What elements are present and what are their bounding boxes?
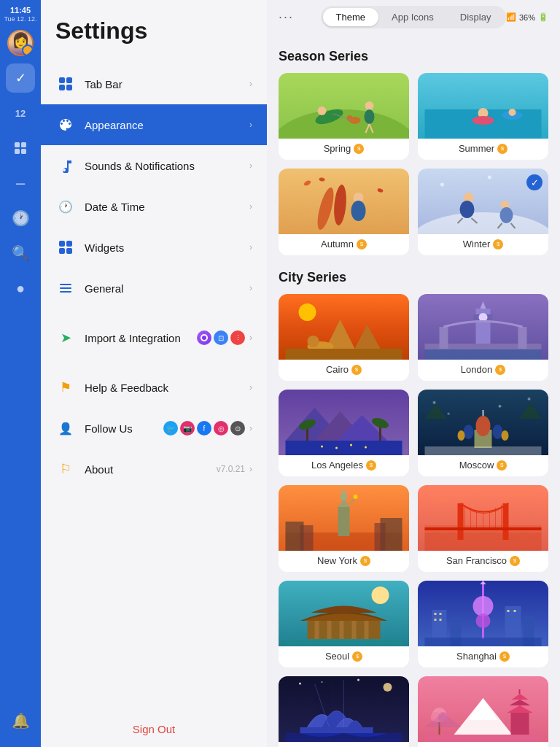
svg-text:❄: ❄ (527, 397, 531, 401)
theme-card-moscow[interactable]: ❄ ❄ ❄ ❄ Moscow $ (418, 390, 548, 476)
svg-point-76 (365, 446, 367, 449)
general-label: General (85, 282, 249, 295)
moscow-coin: $ (497, 460, 507, 471)
svg-rect-0 (15, 142, 20, 147)
widgets-chevron: › (249, 242, 252, 252)
svg-point-37 (377, 187, 384, 193)
autumn-label: Autumn $ (279, 234, 409, 255)
svg-point-81 (493, 425, 503, 439)
theme-card-cairo[interactable]: Cairo $ (279, 294, 409, 381)
moscow-image: ❄ ❄ ❄ ❄ (418, 390, 548, 455)
tab-display[interactable]: Display (447, 8, 505, 26)
svg-point-31 (509, 109, 516, 116)
sidebar-icon-clock[interactable]: 🕐 (6, 204, 35, 233)
theme-card-new-york[interactable]: New York $ (279, 485, 409, 572)
svg-point-142 (357, 679, 359, 681)
svg-point-19 (318, 107, 327, 115)
svg-rect-1 (21, 142, 26, 147)
svg-point-73 (321, 446, 323, 448)
sidebar-icon-search[interactable]: 🔍 (6, 239, 35, 268)
settings-item-follow[interactable]: 👤 Follow Us 🐦 📷 f ◎ ⊙ › (41, 408, 267, 449)
svg-point-51 (299, 303, 316, 321)
spring-coin: $ (354, 144, 364, 154)
sidebar-icon-settings[interactable]: ● (6, 274, 35, 303)
top-bar-dots[interactable]: ··· (279, 9, 294, 25)
theme-card-winter[interactable]: ❄ ❄ ❄ ✓ Winter $ (418, 169, 548, 255)
svg-marker-89 (425, 404, 447, 419)
settings-item-sounds[interactable]: Sounds & Notifications › (41, 145, 267, 186)
svg-rect-56 (286, 349, 402, 360)
theme-card-london[interactable]: London $ (418, 294, 548, 381)
la-coin: $ (366, 460, 376, 471)
svg-rect-7 (66, 85, 72, 90)
tab-app-icons[interactable]: App Icons (378, 8, 447, 26)
svg-point-29 (472, 116, 494, 125)
season-series-grid: Spring $ (279, 73, 548, 255)
theme-card-seoul[interactable]: Seoul $ (279, 581, 409, 667)
theme-card-los-angeles[interactable]: Los Angeles $ (279, 390, 409, 476)
svg-rect-92 (338, 507, 350, 536)
sidebar-icon-grid[interactable] (6, 133, 35, 163)
winter-image: ❄ ❄ ❄ ✓ (418, 169, 548, 234)
sidebar-icon-bell[interactable]: 🔔 (6, 706, 35, 735)
svg-point-17 (279, 109, 409, 139)
los-angeles-label: Los Angeles $ (279, 455, 409, 476)
settings-item-tab-bar[interactable]: Tab Bar › (41, 63, 267, 104)
sidebar-icon-calendar[interactable]: 12 (6, 98, 35, 128)
status-time: 11:45 Tue 12. 12. (0, 0, 41, 26)
shanghai-label: Shanghai $ (418, 646, 548, 667)
svg-rect-10 (59, 248, 65, 254)
svg-point-16 (202, 336, 206, 340)
svg-rect-5 (66, 77, 72, 83)
svg-rect-13 (60, 287, 71, 289)
about-label: About (85, 463, 217, 476)
avatar[interactable]: 👩 (7, 30, 34, 56)
main-content: ··· Theme App Icons Display 📶 36% 🔋 Seas… (267, 0, 560, 747)
summer-label: Summer $ (418, 139, 548, 160)
svg-rect-138 (425, 638, 542, 646)
cairo-image (279, 294, 409, 360)
svg-marker-150 (508, 705, 533, 713)
london-label: London $ (418, 360, 548, 381)
settings-item-import[interactable]: ➤ Import & Integration ⊡ ⋮ › (41, 317, 267, 358)
sign-out-button[interactable]: Sign Out (41, 711, 267, 747)
svg-rect-159 (425, 735, 542, 742)
settings-item-appearance[interactable]: Appearance › (41, 104, 267, 145)
la-image (279, 390, 409, 455)
san-francisco-label: San Francisco $ (418, 551, 548, 572)
other-badge: ⊙ (230, 421, 245, 436)
new-york-image (279, 485, 409, 551)
date-time-chevron: › (249, 201, 252, 212)
about-chevron: › (249, 464, 252, 474)
seoul-image (279, 581, 409, 646)
settings-item-date-time[interactable]: 🕐 Date & Time › (41, 186, 267, 227)
theme-card-autumn[interactable]: Autumn $ (279, 169, 409, 255)
theme-card-shanghai[interactable]: Shanghai $ (418, 581, 548, 667)
twitter-badge: 🐦 (163, 421, 178, 436)
settings-item-about[interactable]: ⚐ About v7.0.21 › (41, 449, 267, 489)
widgets-icon (55, 237, 76, 258)
theme-card-tokyo[interactable]: Tokyo $ (418, 676, 548, 747)
settings-item-help[interactable]: ⚑ Help & Feedback › (41, 367, 267, 408)
tab-theme[interactable]: Theme (323, 8, 378, 26)
svg-line-98 (350, 498, 356, 504)
cairo-label: Cairo $ (279, 360, 409, 381)
theme-card-sydney[interactable]: Sydney $ (279, 676, 409, 747)
svg-rect-2 (15, 149, 20, 154)
help-icon: ⚑ (55, 377, 76, 398)
svg-point-80 (464, 425, 474, 439)
theme-card-summer[interactable]: Summer $ (418, 73, 548, 160)
svg-rect-103 (375, 523, 386, 551)
settings-item-general[interactable]: General › (41, 268, 267, 309)
theme-card-san-francisco[interactable]: San Francisco $ (418, 485, 548, 572)
sidebar-icon-checkmark[interactable]: ✓ (6, 63, 35, 93)
theme-card-spring[interactable]: Spring $ (279, 73, 409, 160)
svg-line-95 (341, 489, 343, 493)
badge-3: ⋮ (230, 330, 245, 345)
svg-point-41 (460, 201, 475, 218)
settings-item-widgets[interactable]: Widgets › (41, 227, 267, 268)
svg-rect-135 (440, 619, 442, 621)
appearance-chevron: › (249, 120, 252, 130)
general-icon (55, 278, 76, 298)
sidebar-icon-minus[interactable]: – (6, 169, 35, 198)
